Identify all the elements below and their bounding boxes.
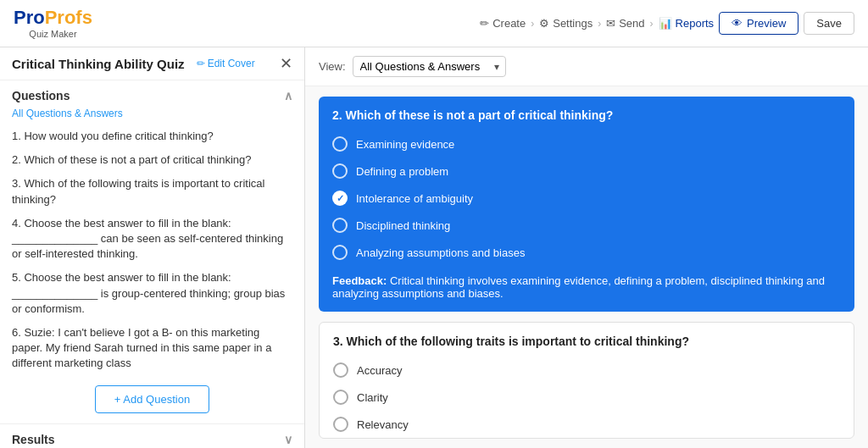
answer-option[interactable]: Accuracy [320, 357, 854, 384]
answer-text: Clarity [357, 391, 388, 404]
top-nav: ✏ Create › ⚙ Settings › ✉ Send › 📊 Repor… [480, 12, 854, 35]
answer-text: Accuracy [357, 364, 402, 377]
answer-text: Examining evidence [356, 138, 454, 151]
radio-plain-icon [333, 362, 348, 378]
quiz-title: Critical Thinking Ability Quiz [12, 57, 185, 71]
question-list-item[interactable]: 1. How would you define critical thinkin… [0, 124, 304, 148]
sidebar-title-bar: Critical Thinking Ability Quiz ✏ Edit Co… [0, 47, 304, 80]
logo-subtitle: Quiz Maker [14, 29, 92, 39]
view-select[interactable]: All Questions & Answers [353, 56, 506, 77]
add-question-button[interactable]: + Add Question [95, 385, 209, 413]
sidebar-inner: Questions ∧ All Questions & Answers 1. H… [0, 80, 304, 448]
questions-section-header: Questions ∧ [0, 80, 304, 108]
view-label: View: [319, 60, 346, 73]
nav-settings[interactable]: ⚙ Settings [539, 17, 593, 30]
radio-unchecked-icon [332, 218, 348, 233]
feedback-text: Critical thinking involves examining evi… [332, 274, 825, 300]
reports-icon: 📊 [659, 17, 672, 30]
sidebar: Critical Thinking Ability Quiz ✏ Edit Co… [0, 47, 305, 448]
close-button[interactable]: ✕ [280, 56, 292, 71]
answer-option[interactable]: Intolerance of ambiguity [319, 185, 854, 212]
view-bar: View: All Questions & Answers [305, 47, 868, 86]
question-card: 2. Which of these is not a part of criti… [319, 97, 854, 312]
feedback-label: Feedback: [332, 274, 387, 287]
content-area: View: All Questions & Answers 2. Which o… [305, 47, 868, 448]
answer-text: Disciplined thinking [356, 219, 450, 232]
answer-option[interactable]: Examining evidence [319, 130, 854, 158]
question-header: 2. Which of these is not a part of criti… [319, 97, 854, 130]
question-list-item[interactable]: 6. Suzie: I can't believe I got a B- on … [0, 321, 304, 376]
answer-option[interactable]: Disciplined thinking [319, 212, 854, 239]
question-list-item[interactable]: 4. Choose the best answer to fill in the… [0, 212, 304, 267]
question-card: 3. Which of the following traits is impo… [319, 322, 854, 439]
answer-option[interactable]: Clarity [320, 384, 854, 411]
question-list: 1. How would you define critical thinkin… [0, 124, 304, 375]
save-button[interactable]: Save [804, 12, 854, 35]
results-section-header: Results ∨ [0, 423, 304, 448]
results-label: Results [12, 433, 55, 446]
radio-unchecked-icon [332, 163, 348, 179]
answer-option[interactable]: Analyzing assumptions and biases [319, 239, 854, 266]
chevron-down-icon: ∨ [284, 433, 292, 446]
answer-text: Intolerance of ambiguity [356, 192, 473, 205]
nav-create[interactable]: ✏ Create [480, 17, 526, 30]
logo-text: ProProfs [14, 8, 92, 28]
edit-cover-link[interactable]: ✏ Edit Cover [197, 58, 255, 69]
logo-profs: Profs [45, 7, 92, 28]
main-layout: Critical Thinking Ability Quiz ✏ Edit Co… [0, 47, 868, 448]
chevron-up-icon: ∧ [284, 89, 292, 102]
answer-option[interactable]: Defining a problem [319, 158, 854, 185]
radio-plain-icon [333, 417, 348, 432]
nav-sep-1: › [531, 18, 534, 30]
nav-send[interactable]: ✉ Send [606, 17, 644, 30]
edit-cover-icon: ✏ [197, 58, 205, 69]
settings-icon: ⚙ [539, 17, 549, 30]
view-select-wrapper: All Questions & Answers [353, 56, 506, 77]
header: ProProfs Quiz Maker ✏ Create › ⚙ Setting… [0, 0, 868, 47]
nav-sep-3: › [650, 18, 654, 30]
feedback-section: Feedback: Critical thinking involves exa… [319, 266, 854, 312]
eye-icon: 👁 [732, 17, 743, 30]
logo: ProProfs Quiz Maker [14, 8, 92, 38]
questions-label: Questions [12, 89, 70, 102]
answer-text: Analyzing assumptions and biases [356, 246, 525, 259]
pencil-icon: ✏ [480, 17, 489, 30]
radio-plain-icon [333, 390, 348, 405]
answer-option[interactable]: Relevancy [320, 411, 854, 438]
answer-text: Relevancy [357, 418, 409, 431]
nav-reports[interactable]: 📊 Reports [659, 17, 715, 30]
sidebar-title-area: Critical Thinking Ability Quiz ✏ Edit Co… [12, 57, 280, 71]
logo-pro: Pro [14, 7, 45, 28]
nav-sep-2: › [598, 18, 601, 30]
question-list-item[interactable]: 3. Which of the following traits is impo… [0, 172, 304, 211]
radio-checked-icon [332, 191, 348, 206]
questions-container: 2. Which of these is not a part of criti… [305, 97, 868, 439]
answer-text: Defining a problem [356, 165, 448, 178]
radio-unchecked-icon [332, 245, 348, 260]
send-icon: ✉ [606, 17, 615, 30]
question-list-item[interactable]: 5. Choose the best answer to fill in the… [0, 266, 304, 321]
radio-unchecked-icon [332, 136, 348, 152]
preview-button[interactable]: 👁 Preview [719, 12, 798, 35]
question-list-item[interactable]: 2. Which of these is not a part of criti… [0, 148, 304, 172]
question-header: 3. Which of the following traits is impo… [320, 323, 854, 357]
all-qa-link[interactable]: All Questions & Answers [0, 108, 304, 124]
